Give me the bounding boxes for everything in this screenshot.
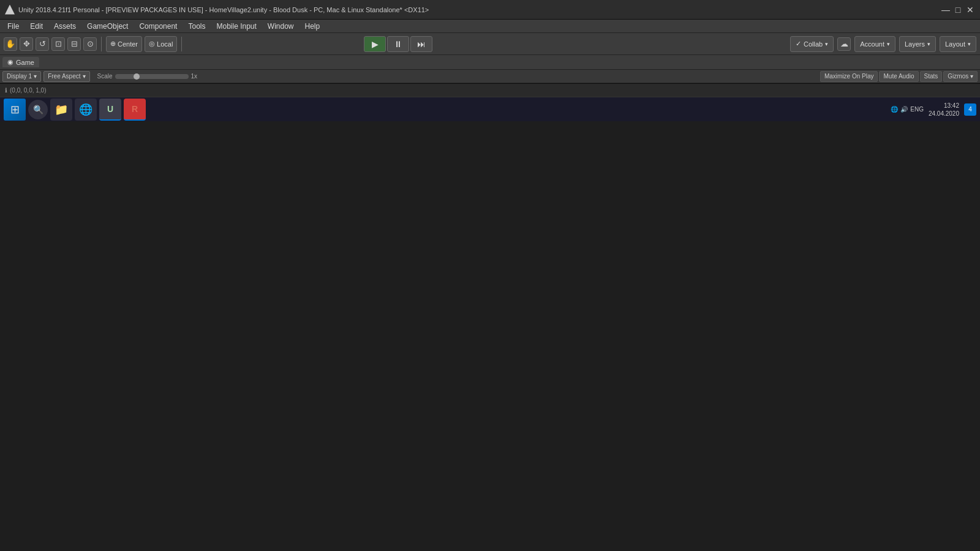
game-tab-label: Game [16,59,34,66]
right-toolbar: ✓ Collab ▾ ☁ Account ▾ Layers ▾ Layout ▾ [790,36,976,52]
scale-label: Scale [97,73,113,80]
info-icon: ℹ [5,87,7,94]
status-coords: (0,0, 0,0, 1,0) [10,87,46,94]
layout-arrow-icon: ▾ [968,41,971,47]
mute-audio-button[interactable]: Mute Audio [879,71,918,82]
status-info: ℹ (0,0, 0,0, 1,0) [5,87,46,94]
step-button[interactable]: ⏭ [410,36,432,52]
menu-assets[interactable]: Assets [49,21,81,32]
taskbar-browser[interactable]: 🌐 [75,99,97,121]
account-button[interactable]: Account ▾ [854,36,895,52]
close-button[interactable]: ✕ [965,5,975,15]
menu-component[interactable]: Component [134,21,182,32]
collab-button[interactable]: ✓ Collab ▾ [790,36,834,52]
collab-check-icon: ✓ [796,40,801,48]
maximize-on-play-button[interactable]: Maximize On Play [820,71,878,82]
display-label: Display 1 [7,73,32,80]
play-controls: ▶ ⏸ ⏭ [364,36,432,52]
display-selector[interactable]: Display 1 ▾ [2,71,41,82]
local-label: Local [157,40,173,48]
notification-badge[interactable]: 4 [964,103,976,116]
scale-container: Scale 1x [97,73,198,80]
account-label: Account [860,40,884,48]
local-icon: ◎ [149,40,155,48]
menu-gameobject[interactable]: GameObject [82,21,133,32]
scale-slider[interactable] [115,74,189,79]
gizmos-button[interactable]: Gizmos ▾ [943,71,978,82]
window-controls[interactable]: — □ ✕ [941,5,975,15]
rotate-tool-icon[interactable]: ↺ [36,37,49,51]
taskbar-right: 🌐 🔊 ENG 13:42 24.04.2020 4 [891,102,976,118]
sound-icon: 🔊 [900,106,908,113]
pivot-icon: ⊕ [110,40,116,48]
window-title: Unity 2018.4.21f1 Personal - [PREVIEW PA… [18,6,429,13]
layers-button[interactable]: Layers ▾ [899,36,936,52]
cloud-icon[interactable]: ☁ [837,37,851,51]
toolbar: ✋ ✥ ↺ ⊡ ⊟ ⊙ ⊕ Center ◎ Local ▶ ⏸ ⏭ ✓ Col… [0,33,980,55]
system-tray: 🌐 🔊 ENG [891,106,924,113]
layers-label: Layers [905,40,925,48]
scale-value: 1x [191,73,198,80]
menu-tools[interactable]: Tools [183,21,210,32]
taskbar-file-explorer[interactable]: 📁 [50,99,72,121]
menu-bar: File Edit Assets GameObject Component To… [0,20,980,33]
move-tool-icon[interactable]: ✥ [20,37,33,51]
unity-logo-icon [5,5,15,15]
start-button[interactable]: ⊞ [4,99,26,121]
local-global-button[interactable]: ◎ Local [145,36,177,52]
aspect-selector[interactable]: Free Aspect ▾ [43,71,89,82]
status-bar: ℹ (0,0, 0,0, 1,0) [0,83,980,97]
taskbar-unity[interactable]: U [99,99,121,121]
menu-window[interactable]: Window [263,21,299,32]
play-button[interactable]: ▶ [364,36,386,52]
language-indicator[interactable]: ENG [910,106,924,113]
account-arrow-icon: ▾ [887,41,890,47]
toolbar-separator-1 [101,37,102,51]
taskbar-rider[interactable]: R [124,99,146,121]
aspect-arrow-icon: ▾ [83,73,86,80]
layout-button[interactable]: Layout ▾ [940,36,976,52]
transform-tool-icon[interactable]: ⊙ [83,37,97,51]
aspect-label: Free Aspect [48,73,80,80]
menu-mobileinput[interactable]: Mobile Input [211,21,261,32]
game-container: ◉ Game Display 1 ▾ Free Aspect ▾ Scale 1… [0,55,980,83]
stats-button[interactable]: Stats [920,71,943,82]
maximize-button[interactable]: □ [953,5,963,15]
clock-time: 13:42 [944,102,959,110]
layout-label: Layout [945,40,965,48]
center-pivot-button[interactable]: ⊕ Center [106,36,142,52]
scale-tool-icon[interactable]: ⊡ [51,37,65,51]
game-sub-toolbar: Display 1 ▾ Free Aspect ▾ Scale 1x Maxim… [0,70,980,83]
game-tab-bar: ◉ Game [0,55,980,70]
title-bar: Unity 2018.4.21f1 Personal - [PREVIEW PA… [0,0,980,20]
game-right-buttons: Maximize On Play Mute Audio Stats Gizmos… [820,71,978,82]
layers-arrow-icon: ▾ [927,41,930,47]
system-clock[interactable]: 13:42 24.04.2020 [929,102,959,118]
menu-edit[interactable]: Edit [25,21,48,32]
taskbar-search-button[interactable]: 🔍 [28,100,48,119]
network-icon: 🌐 [891,106,898,113]
pause-button[interactable]: ⏸ [387,36,409,52]
display-arrow-icon: ▾ [34,73,37,80]
rect-tool-icon[interactable]: ⊟ [67,37,81,51]
collab-arrow-icon: ▾ [825,41,828,47]
minimize-button[interactable]: — [941,5,951,15]
scale-slider-thumb [134,73,140,80]
game-tab-icon: ◉ [7,58,13,66]
toolbar-separator-2 [181,37,182,51]
taskbar: ⊞ 🔍 📁 🌐 U R 🌐 🔊 ENG 13:42 24.04.2020 4 [0,97,980,121]
clock-date: 24.04.2020 [929,110,959,118]
menu-help[interactable]: Help [300,21,325,32]
menu-file[interactable]: File [2,21,24,32]
hand-tool-icon[interactable]: ✋ [4,37,17,51]
center-label: Center [118,40,138,48]
title-text: Unity 2018.4.21f1 Personal - [PREVIEW PA… [5,5,429,15]
game-tab[interactable]: ◉ Game [2,57,39,67]
collab-label: Collab [804,40,823,48]
